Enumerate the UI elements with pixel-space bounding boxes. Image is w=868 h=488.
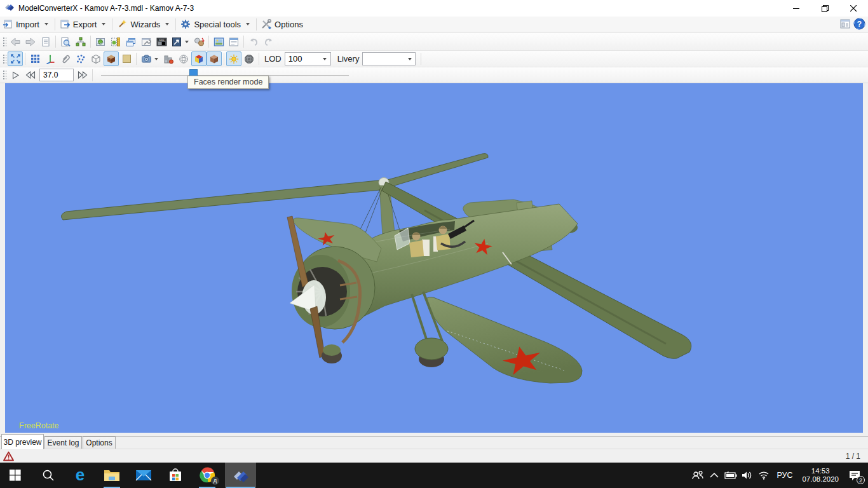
flat-color-button[interactable] [119,51,134,66]
toolbar-grip[interactable] [2,53,6,65]
taskbar-store-icon[interactable] [161,463,189,488]
menu-wizards-arrow[interactable] [165,23,169,25]
redo-button[interactable] [261,34,276,49]
document-button[interactable] [38,34,53,49]
menu-export[interactable]: Export [57,17,111,32]
tray-chevron-icon[interactable] [706,463,722,488]
menu-special-tools-label: Special tools [194,20,241,29]
convert-objects-button[interactable] [191,34,207,49]
textured-cube-button[interactable] [104,51,119,66]
menu-separator [256,18,257,30]
textured-render-mode-button[interactable] [207,51,222,66]
livery-combobox[interactable] [362,52,416,65]
toolbar-separator [136,53,137,65]
aircraft-model[interactable] [5,83,863,433]
grid-button[interactable] [27,51,43,66]
export-drawing-dropdown[interactable] [185,41,189,43]
fit-view-button[interactable] [8,51,23,66]
wireframe-cube-button[interactable] [88,51,104,66]
hierarchy-button[interactable] [73,34,88,49]
axes-button[interactable] [43,51,58,66]
svg-text:e: e [76,467,85,484]
export-drawing-button[interactable] [169,34,184,49]
close-button[interactable] [839,0,868,17]
menu-wizards-label: Wizards [130,20,160,29]
camera-dropdown[interactable] [154,58,158,60]
image-viewer-button[interactable] [211,34,226,49]
toolbar-separator [224,53,224,65]
menu-special-tools-arrow[interactable] [246,23,250,25]
back-button[interactable] [8,34,23,49]
volume-icon[interactable] [739,463,756,488]
taskbar-mail-icon[interactable] [130,463,158,488]
play-button[interactable] [8,68,23,83]
taskbar-search-icon[interactable] [34,463,62,488]
menu-special-tools[interactable]: Special tools [178,17,254,32]
right-wing [426,297,582,383]
lod-dropdown-arrow[interactable] [320,53,330,65]
warning-icon[interactable] [3,451,14,461]
tab-3d-preview-label: 3D preview [3,438,41,447]
toolbar-grip[interactable] [2,69,6,81]
menu-options[interactable]: Options [259,17,306,32]
point-cloud-button[interactable] [73,51,88,66]
rotor-blade-left [61,180,387,220]
cascade-windows-button[interactable] [123,34,139,49]
help-icon[interactable]: ? [853,18,865,30]
start-button[interactable] [1,463,29,488]
restore-button[interactable] [811,0,839,17]
menu-export-arrow[interactable] [102,23,105,25]
fast-forward-button[interactable] [75,68,90,83]
frame-value-input[interactable]: 37.0 [39,69,74,81]
toolbar-main: ccc [0,33,868,51]
minimize-button[interactable] [782,0,811,17]
lighting-sun-button[interactable] [226,51,241,66]
texture-editor-button[interactable]: ccc [154,34,169,49]
clock[interactable]: 14:53 07.08.2020 [797,467,844,484]
svg-text:?: ? [857,20,862,29]
menu-import[interactable]: Import [0,17,53,32]
menu-separator [55,18,55,30]
forward-button[interactable] [23,34,38,49]
3d-viewport[interactable]: FreeRotate [5,83,863,433]
tab-options[interactable]: Options [83,437,116,449]
toolbar-separator [92,69,93,81]
lod-combobox[interactable]: 100 [285,52,331,65]
wireframe-sphere-button[interactable] [176,51,191,66]
tool-window-button[interactable] [139,34,154,49]
people-icon[interactable] [689,463,706,488]
livery-dropdown-arrow[interactable] [404,53,415,65]
screenshot-camera-button[interactable] [139,51,154,66]
action-center-icon[interactable]: 2 [844,463,865,488]
rotor-blade-right-up [385,154,488,187]
language-indicator[interactable]: РУС [772,471,797,480]
rewind-button[interactable] [23,68,38,83]
toolbar-separator [421,53,421,65]
tray-time: 14:53 [802,467,839,475]
preview-button[interactable] [58,34,73,49]
menu-import-arrow[interactable] [44,23,48,25]
taskbar-chrome-icon[interactable]: Д [193,463,221,488]
window-title: ModelConverterX - Kamov A-7-3.mdl - Kamo… [18,4,194,13]
lod-label: LOD [264,54,281,64]
tab-3d-preview[interactable]: 3D preview [1,434,44,449]
undo-button[interactable] [246,34,261,49]
faces-render-mode-button[interactable] [191,51,207,66]
attach-button[interactable] [58,51,73,66]
taskbar-explorer-icon[interactable] [98,463,126,488]
event-log-panel-icon[interactable] [839,18,851,30]
tab-event-log[interactable]: Event log [44,437,82,449]
title-bar: ModelConverterX - Kamov A-7-3.mdl - Kamo… [0,0,868,17]
battery-icon[interactable] [722,463,739,488]
wifi-icon[interactable] [756,463,772,488]
scene-image-button[interactable] [93,34,108,49]
taskbar-edge-icon[interactable]: e [66,463,94,488]
status-bar: 1 / 1 [0,449,868,463]
earth-globe-button[interactable] [241,51,257,66]
scenery-objects-button[interactable] [161,51,176,66]
menu-wizards[interactable]: Wizards [114,17,173,32]
taskbar-modelconverterx-icon[interactable] [225,463,256,488]
object-ruler-button[interactable] [108,34,123,49]
toolbar-grip[interactable] [2,36,6,48]
form-view-button[interactable] [226,34,241,49]
